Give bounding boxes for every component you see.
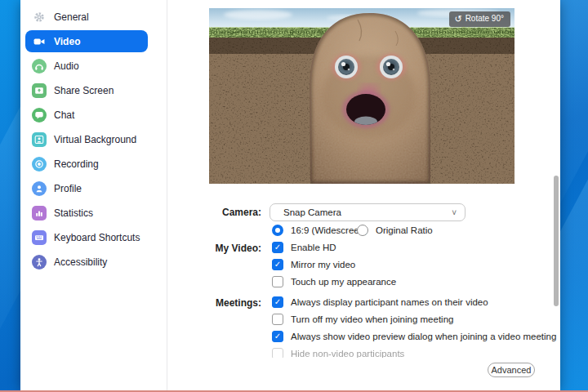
display-names-checkbox[interactable]: [272, 296, 283, 308]
sidebar-item-label: General: [54, 11, 89, 23]
camera-select[interactable]: Snap Camera ˅: [270, 203, 466, 221]
checkbox-label: Always display participant names on thei…: [291, 297, 488, 307]
camera-select-value: Snap Camera: [283, 207, 341, 217]
accessibility-icon: [32, 255, 47, 270]
turn-off-video-checkbox[interactable]: [272, 314, 283, 325]
settings-sidebar: General Video Audio Share Screen: [20, 0, 167, 390]
share-screen-icon: [32, 83, 47, 98]
screen: General Video Audio Share Screen: [0, 0, 588, 392]
mirror-video-checkbox[interactable]: [272, 259, 283, 270]
sidebar-item-label: Accessibility: [54, 256, 107, 268]
sidebar-item-label: Virtual Background: [54, 134, 136, 145]
headphones-icon: [32, 59, 47, 74]
option-row: Hide non-video participants: [272, 348, 404, 358]
sidebar-item-video[interactable]: Video: [25, 30, 148, 52]
sidebar-item-share-screen[interactable]: Share Screen: [25, 79, 148, 101]
option-row: Always display participant names on thei…: [272, 296, 488, 308]
sidebar-item-audio[interactable]: Audio: [25, 55, 148, 77]
sidebar-item-label: Chat: [54, 109, 74, 121]
keyboard-icon: [32, 230, 47, 245]
sidebar-item-label: Share Screen: [54, 85, 114, 96]
chat-bubble-icon: [32, 108, 47, 122]
video-preview: ↺ Rotate 90°: [209, 8, 514, 184]
touch-up-checkbox[interactable]: [272, 276, 283, 287]
radio-label: 16:9 (Widescreen): [291, 225, 368, 235]
checkbox-label: Hide non-video participants: [291, 349, 404, 358]
meetings-label: Meetings:: [184, 297, 261, 309]
rotate-90-button[interactable]: ↺ Rotate 90°: [449, 11, 510, 27]
sidebar-item-label: Video: [54, 36, 80, 47]
sidebar-item-statistics[interactable]: Statistics: [25, 202, 148, 224]
checkbox-label: Turn off my video when joining meeting: [291, 314, 453, 324]
person-icon: [32, 181, 47, 196]
enable-hd-checkbox[interactable]: [272, 242, 283, 253]
sidebar-item-profile[interactable]: Profile: [25, 177, 148, 199]
checkbox-label: Enable HD: [291, 243, 336, 252]
rotate-label: Rotate 90°: [466, 12, 504, 25]
sidebar-item-label: Recording: [54, 158, 99, 170]
sidebar-item-virtual-background[interactable]: Virtual Background: [25, 128, 148, 150]
scrollbar-thumb[interactable]: [554, 176, 559, 306]
checkbox-label: Mirror my video: [291, 260, 355, 270]
zoom-settings-window: General Video Audio Share Screen: [20, 0, 560, 390]
checkbox-label: Always show video preview dialog when jo…: [291, 332, 556, 341]
video-preview-dialog-checkbox[interactable]: [272, 331, 283, 342]
sidebar-item-accessibility[interactable]: Accessibility: [25, 251, 148, 273]
bar-chart-icon: [32, 206, 47, 220]
option-row: Mirror my video: [272, 259, 355, 270]
aspect-option-original: Original Ratio: [357, 225, 433, 236]
sidebar-item-label: Profile: [54, 183, 82, 194]
potato-filter-image: [209, 8, 514, 184]
widescreen-radio[interactable]: [272, 225, 283, 236]
hide-non-video-checkbox[interactable]: [272, 348, 283, 358]
virtual-background-icon: [32, 132, 47, 147]
original-ratio-radio[interactable]: [357, 225, 368, 236]
aspect-option-widescreen: 16:9 (Widescreen): [272, 225, 368, 236]
option-row: Touch up my appearance: [272, 276, 396, 287]
advanced-button[interactable]: Advanced: [488, 363, 535, 377]
option-row: Always show video preview dialog when jo…: [272, 331, 556, 342]
option-row: Turn off my video when joining meeting: [272, 314, 453, 325]
my-video-label: My Video:: [184, 243, 261, 254]
option-row: Enable HD: [272, 242, 336, 253]
sidebar-item-chat[interactable]: Chat: [25, 104, 148, 126]
rotate-icon: ↺: [454, 12, 461, 25]
sidebar-item-label: Audio: [54, 60, 79, 72]
sidebar-item-keyboard-shortcuts[interactable]: Keyboard Shortcuts: [25, 226, 148, 248]
radio-label: Original Ratio: [376, 225, 433, 235]
sidebar-item-recording[interactable]: Recording: [25, 153, 148, 175]
clipped-option-row: Hide non-video participants: [272, 348, 404, 358]
sidebar-item-label: Statistics: [54, 207, 93, 219]
video-settings-panel: ↺ Rotate 90° Camera: Snap Camera ˅ 16:9 …: [168, 0, 560, 390]
checkbox-label: Touch up my appearance: [291, 277, 396, 287]
record-icon: [32, 157, 47, 172]
camera-label: Camera:: [184, 207, 261, 218]
video-camera-icon: [32, 34, 47, 49]
chevron-down-icon: ˅: [452, 208, 457, 217]
sidebar-item-general[interactable]: General: [25, 6, 148, 28]
gear-icon: [32, 10, 47, 24]
sidebar-item-label: Keyboard Shortcuts: [54, 232, 140, 243]
